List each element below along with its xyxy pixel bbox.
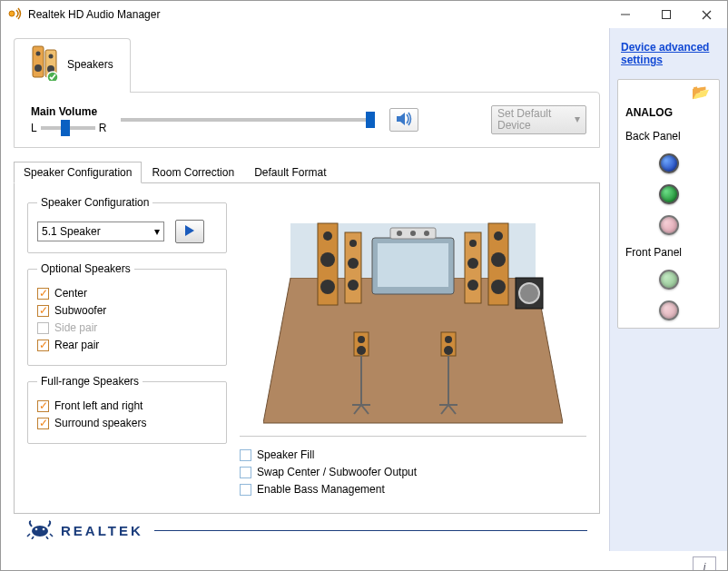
svg-point-7 [36, 52, 41, 56]
svg-point-19 [424, 231, 429, 236]
speaker-config-legend: Speaker Configuration [37, 196, 152, 209]
bass-mgmt-checkbox[interactable] [240, 484, 251, 496]
analog-panel: 📂 ANALOG Back Panel Front Panel [617, 79, 720, 329]
tab-room-correction[interactable]: Room Correction [142, 162, 244, 183]
balance-right-label: R [99, 122, 107, 134]
svg-point-39 [358, 336, 365, 343]
tab-default-format[interactable]: Default Format [244, 162, 336, 183]
svg-point-52 [32, 526, 48, 537]
balance-slider[interactable] [41, 126, 95, 130]
set-default-device-button[interactable]: Set Default Device ▾ [491, 105, 586, 134]
front-lr-label: Front left and right [54, 399, 143, 412]
info-icon: i [703, 561, 706, 571]
svg-point-26 [348, 258, 359, 269]
svg-point-23 [320, 280, 335, 294]
svg-point-35 [467, 280, 478, 290]
window-title: Realtek HD Audio Manager [28, 8, 160, 21]
mute-button[interactable] [389, 108, 418, 132]
tab-speaker-configuration[interactable]: Speaker Configuration [14, 162, 142, 183]
tab-default-format-label: Default Format [254, 166, 326, 179]
test-play-button[interactable] [175, 220, 204, 243]
sound-icon [395, 111, 413, 130]
svg-point-22 [320, 252, 335, 267]
svg-point-53 [35, 528, 38, 531]
subwoofer-checkbox[interactable] [37, 305, 49, 317]
device-advanced-link[interactable]: Device advanced settings [614, 32, 723, 75]
svg-rect-2 [662, 11, 670, 19]
rearpair-checkbox[interactable] [37, 340, 49, 351]
front-lr-checkbox[interactable] [37, 400, 49, 412]
right-panel: Device advanced settings 📂 ANALOG Back P… [609, 28, 727, 551]
swap-center-checkbox[interactable] [240, 467, 251, 478]
close-button[interactable] [686, 1, 727, 28]
realtek-crab-icon [26, 519, 54, 542]
svg-point-21 [323, 231, 332, 241]
optional-speakers-legend: Optional Speakers [37, 262, 134, 275]
surround-checkbox[interactable] [37, 418, 49, 429]
bass-mgmt-label: Enable Bass Management [257, 483, 385, 496]
rearpair-label: Rear pair [54, 339, 99, 351]
app-icon [8, 6, 23, 24]
analog-heading: ANALOG [625, 106, 673, 119]
speaker-config-value: 5.1 Speaker [42, 225, 101, 238]
set-default-device-label: Set Default Device [497, 108, 575, 132]
button-bar: i [1, 551, 727, 571]
folder-icon[interactable]: 📂 [692, 84, 710, 101]
surround-label: Surround speakers [54, 417, 146, 429]
jack-green-front[interactable] [659, 270, 679, 290]
svg-point-9 [49, 54, 54, 59]
swap-center-label: Swap Center / Subwoofer Output [257, 466, 417, 478]
svg-point-0 [9, 11, 15, 16]
svg-point-37 [519, 283, 539, 303]
svg-point-29 [494, 231, 503, 241]
center-label: Center [54, 287, 87, 300]
svg-rect-5 [33, 46, 44, 77]
jack-pink-back[interactable] [659, 215, 679, 235]
svg-point-30 [491, 252, 506, 267]
jack-pink-front[interactable] [659, 300, 679, 320]
misc-options: Speaker Fill Swap Center / Subwoofer Out… [240, 436, 586, 500]
maximize-button[interactable] [645, 1, 686, 28]
fullrange-speakers-group: Full-range Speakers Front left and right… [27, 375, 227, 444]
optional-speakers-group: Optional Speakers Center Subwoofer Side … [27, 262, 227, 366]
svg-point-54 [43, 528, 45, 531]
svg-point-17 [397, 231, 402, 236]
svg-point-11 [47, 72, 58, 81]
svg-point-31 [491, 280, 506, 294]
speaker-fill-checkbox[interactable] [240, 449, 251, 461]
back-panel-label: Back Panel [625, 130, 681, 143]
tab-speakers-label: Speakers [67, 58, 113, 71]
svg-point-18 [410, 231, 416, 236]
minimize-button[interactable] [605, 1, 645, 28]
fullrange-speakers-legend: Full-range Speakers [37, 375, 143, 388]
svg-point-25 [349, 240, 357, 247]
volume-slider[interactable] [121, 118, 375, 122]
svg-rect-15 [378, 243, 448, 287]
balance-left-label: L [31, 122, 37, 134]
main-volume-label: Main Volume [31, 105, 106, 118]
play-icon [183, 224, 196, 240]
jack-green-back[interactable] [659, 184, 679, 204]
speaker-config-select[interactable]: 5.1 Speaker ▾ [37, 222, 164, 241]
tab-speakers[interactable]: Speakers [14, 38, 131, 93]
device-advanced-label: Device advanced settings [621, 41, 709, 66]
svg-point-47 [444, 346, 453, 355]
chevron-down-icon: ▾ [575, 113, 580, 125]
jack-blue[interactable] [659, 153, 679, 173]
speaker-config-group: Speaker Configuration 5.1 Speaker ▾ [27, 196, 227, 253]
speaker-fill-label: Speaker Fill [257, 448, 314, 461]
brand-text: REALTEK [61, 523, 143, 538]
tab-speaker-configuration-label: Speaker Configuration [24, 166, 132, 179]
center-checkbox[interactable] [37, 288, 49, 300]
device-tabs: Speakers [14, 37, 600, 92]
svg-point-46 [445, 336, 452, 343]
sidepair-label: Side pair [54, 321, 97, 334]
sidepair-checkbox [37, 322, 49, 334]
svg-point-27 [348, 280, 359, 290]
svg-point-34 [467, 258, 478, 269]
info-button[interactable]: i [693, 556, 716, 571]
config-tabs: Speaker Configuration Room Correction De… [14, 161, 600, 183]
svg-point-33 [469, 240, 477, 247]
room-illustration [240, 196, 586, 432]
subwoofer-label: Subwoofer [54, 304, 106, 317]
